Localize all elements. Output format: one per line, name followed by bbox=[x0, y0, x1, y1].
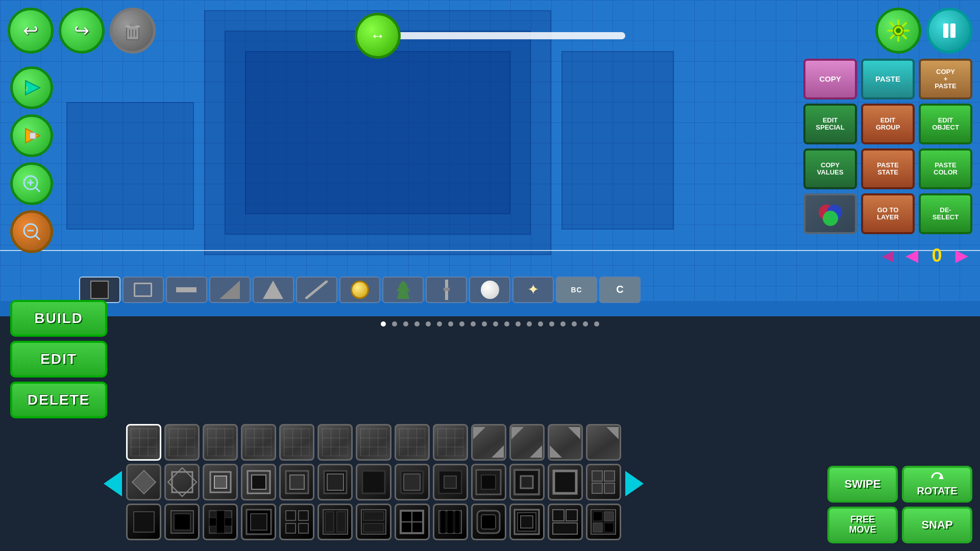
grid-cell-2-8[interactable] bbox=[395, 464, 430, 500]
page-dot-13[interactable] bbox=[516, 321, 521, 327]
grid-next-button[interactable] bbox=[621, 428, 648, 540]
grid-cell-1-6[interactable] bbox=[317, 424, 353, 461]
obj-tab-diagonal[interactable] bbox=[296, 277, 337, 303]
copy-button[interactable]: COPY bbox=[803, 59, 857, 99]
grid-cell-3-10[interactable] bbox=[471, 504, 506, 540]
grid-cell-3-12[interactable] bbox=[548, 504, 583, 540]
grid-cell-2-1[interactable] bbox=[126, 464, 161, 500]
grid-cell-3-5[interactable] bbox=[279, 504, 314, 540]
grid-cell-2-13[interactable] bbox=[586, 464, 621, 500]
grid-cell-3-4[interactable] bbox=[241, 504, 276, 540]
grid-cell-3-13[interactable] bbox=[586, 504, 621, 540]
grid-cell-2-3[interactable] bbox=[203, 464, 238, 500]
page-dot-7[interactable] bbox=[448, 321, 453, 327]
snap-button[interactable]: SNAP bbox=[902, 507, 972, 543]
grid-cell-1-10[interactable] bbox=[471, 424, 506, 461]
settings-button[interactable] bbox=[875, 8, 921, 54]
edit-mode-button[interactable]: EDIT bbox=[10, 341, 107, 378]
grid-cell-2-9[interactable] bbox=[433, 464, 468, 500]
grid-cell-3-11[interactable] bbox=[509, 504, 545, 540]
grid-cell-1-5[interactable] bbox=[279, 424, 314, 461]
edit-object-button[interactable]: EDITOBJECT bbox=[919, 104, 972, 144]
grid-cell-3-2[interactable] bbox=[164, 504, 200, 540]
grid-cell-3-6[interactable] bbox=[317, 504, 353, 540]
grid-prev-button[interactable] bbox=[100, 428, 126, 540]
page-dot-5[interactable] bbox=[426, 321, 431, 327]
grid-cell-1-12[interactable] bbox=[548, 424, 583, 461]
grid-cell-2-5[interactable] bbox=[279, 464, 314, 500]
page-dot-17[interactable] bbox=[560, 321, 566, 327]
obj-tab-bc[interactable]: BC bbox=[556, 277, 597, 303]
grid-cell-1-11[interactable] bbox=[509, 424, 545, 461]
paste-state-button[interactable]: PASTESTATE bbox=[861, 148, 915, 189]
grid-cell-1-1[interactable] bbox=[126, 424, 161, 461]
obj-tab-triangle[interactable] bbox=[253, 277, 294, 303]
obj-tab-flat[interactable] bbox=[166, 277, 207, 303]
page-dot-14[interactable] bbox=[527, 321, 532, 327]
page-dot-18[interactable] bbox=[572, 321, 577, 327]
page-dot-8[interactable] bbox=[459, 321, 464, 327]
layer-left-outline-arrow[interactable]: ◄ bbox=[878, 246, 897, 265]
trash-button[interactable] bbox=[110, 8, 156, 54]
page-dot-3[interactable] bbox=[403, 321, 408, 327]
pause-button[interactable] bbox=[926, 8, 972, 54]
grid-cell-1-3[interactable] bbox=[203, 424, 238, 461]
zoom-out-button[interactable] bbox=[10, 210, 53, 253]
grid-cell-3-9[interactable] bbox=[433, 504, 468, 540]
obj-tab-outlines[interactable] bbox=[122, 277, 164, 303]
obj-tab-slope[interactable] bbox=[209, 277, 251, 303]
swipe-button[interactable]: SWIPE bbox=[827, 466, 898, 503]
grid-cell-3-3[interactable] bbox=[203, 504, 238, 540]
paste-button[interactable]: PASTE bbox=[861, 59, 915, 99]
grid-cell-3-1[interactable] bbox=[126, 504, 161, 540]
grid-cell-1-13[interactable] bbox=[586, 424, 621, 461]
obj-tab-c[interactable]: C bbox=[599, 277, 641, 303]
paste-color-button[interactable]: PASTECOLOR bbox=[919, 148, 972, 189]
delete-mode-button[interactable]: DELETE bbox=[10, 382, 107, 418]
layer-left-arrow[interactable]: ◄ bbox=[901, 245, 923, 266]
copy-values-button[interactable]: COPYVALUES bbox=[803, 148, 857, 189]
slider-button[interactable]: ↔ bbox=[355, 13, 401, 59]
page-dot-6[interactable] bbox=[437, 321, 442, 327]
undo-button[interactable]: ↩ bbox=[8, 8, 54, 54]
page-dot-16[interactable] bbox=[549, 321, 554, 327]
grid-cell-1-4[interactable] bbox=[241, 424, 276, 461]
colors-button[interactable] bbox=[803, 193, 857, 234]
grid-cell-2-6[interactable] bbox=[317, 464, 353, 500]
grid-cell-1-2[interactable] bbox=[164, 424, 200, 461]
obj-tab-pipe[interactable] bbox=[426, 277, 467, 303]
rotate-button[interactable]: ROTATE bbox=[902, 466, 972, 503]
page-dot-11[interactable] bbox=[493, 321, 498, 327]
grid-cell-1-8[interactable] bbox=[395, 424, 430, 461]
page-dot-10[interactable] bbox=[482, 321, 487, 327]
music-button[interactable]: ♪ bbox=[10, 66, 53, 109]
page-dot-20[interactable] bbox=[594, 321, 599, 327]
redo-button[interactable]: ↪ bbox=[59, 8, 105, 54]
page-dot-1[interactable] bbox=[381, 321, 386, 327]
deselect-button[interactable]: DE-SELECT bbox=[919, 193, 972, 234]
obj-tab-circle[interactable] bbox=[339, 277, 381, 303]
grid-cell-3-7[interactable] bbox=[356, 504, 391, 540]
grid-cell-2-10[interactable] bbox=[471, 464, 506, 500]
grid-cell-1-9[interactable] bbox=[433, 424, 468, 461]
grid-cell-2-7[interactable] bbox=[356, 464, 391, 500]
slider-track[interactable] bbox=[396, 32, 625, 39]
grid-cell-3-8[interactable] bbox=[395, 504, 430, 540]
layer-right-arrow[interactable]: ► bbox=[951, 245, 972, 266]
obj-tab-nature[interactable] bbox=[382, 277, 424, 303]
go-to-layer-button[interactable]: GO TOLAYER bbox=[861, 193, 915, 234]
grid-cell-1-7[interactable] bbox=[356, 424, 391, 461]
free-move-button[interactable]: FREEMOVE bbox=[827, 507, 898, 543]
obj-tab-orb[interactable] bbox=[469, 277, 510, 303]
obj-tab-blocks[interactable] bbox=[79, 277, 120, 303]
grid-cell-2-4[interactable] bbox=[241, 464, 276, 500]
grid-cell-2-12[interactable] bbox=[548, 464, 583, 500]
stop-button[interactable] bbox=[10, 114, 53, 157]
page-dot-2[interactable] bbox=[392, 321, 397, 327]
page-dot-4[interactable] bbox=[414, 321, 420, 327]
page-dot-9[interactable] bbox=[471, 321, 476, 327]
page-dot-19[interactable] bbox=[583, 321, 588, 327]
obj-tab-burst[interactable]: ✦ bbox=[512, 277, 554, 303]
edit-special-button[interactable]: EDITSPECIAL bbox=[803, 104, 857, 144]
build-mode-button[interactable]: BUILD bbox=[10, 300, 107, 337]
